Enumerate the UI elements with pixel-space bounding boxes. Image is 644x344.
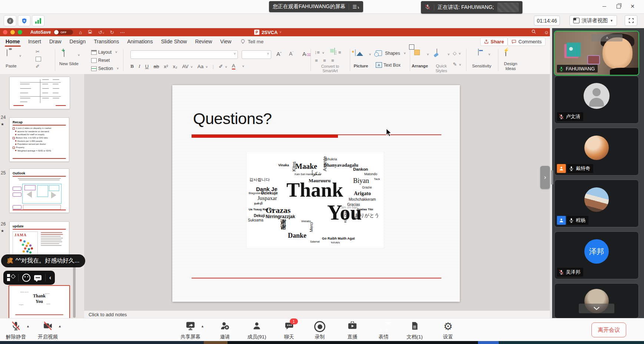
ribbon-tab-home[interactable]: Home (1, 37, 24, 47)
align-right-icon[interactable]: ≡ (331, 58, 334, 63)
more-commands-icon[interactable]: ⋯ (120, 30, 125, 35)
ribbon-tab-insert[interactable]: Insert (24, 37, 45, 47)
share-button[interactable]: Share (480, 37, 508, 46)
participant-tile-FAHUIWANG[interactable]: ˄FAHUIWANG (554, 31, 639, 76)
tell-me-button[interactable]: Tell me (240, 39, 263, 44)
reset-button[interactable]: Reset (91, 58, 110, 63)
increase-font-button[interactable]: A^ (276, 51, 282, 57)
mac-zoom-button[interactable] (18, 30, 22, 34)
copy-icon[interactable] (36, 56, 41, 63)
clear-formatting-button[interactable]: A⌫ (302, 51, 311, 57)
redo-icon[interactable]: ↻ (110, 30, 114, 35)
slide-thumbnail-24[interactable]: Recap 1 coin 2 sides on disparity in mar… (9, 117, 69, 162)
format-painter-icon[interactable]: ✐ (36, 64, 40, 69)
quick-styles-button[interactable] (436, 49, 437, 56)
meeting-info-button[interactable]: i (4, 15, 16, 26)
toolbar-members-button[interactable]: 成员(91) (241, 321, 273, 340)
character-spacing-button[interactable]: AV˅ (182, 64, 193, 69)
participant-tile-程杨[interactable]: 程杨 (554, 180, 639, 227)
ribbon-tab-design[interactable]: Design (66, 37, 90, 47)
bold-button[interactable]: B (130, 63, 134, 69)
options-arrow-icon[interactable]: ▲ (58, 324, 62, 328)
toolbar-docs-button[interactable]: 文档(1) (399, 321, 431, 340)
sensitivity-button[interactable] (478, 49, 479, 56)
align-left-icon[interactable]: ≡ (315, 58, 318, 63)
participant-tile-more[interactable] (554, 283, 639, 318)
search-icon[interactable] (531, 29, 536, 35)
collapse-left-icon[interactable]: ‹ (49, 274, 51, 281)
toolbar-emoji-button[interactable]: 表情 (368, 321, 399, 340)
toolbar-unmute-button[interactable]: 解除静音▲ (0, 321, 32, 340)
security-button[interactable] (18, 15, 30, 26)
participant-tile-戴特奇[interactable]: 戴特奇 (554, 128, 639, 176)
ribbon-tab-animations[interactable]: Animations (123, 37, 157, 47)
shape-outline-button[interactable]: ✎˅ (453, 61, 461, 67)
apps-grid-icon[interactable] (7, 274, 14, 281)
home-icon[interactable]: ⌂ (79, 30, 82, 35)
slide-thumbnail-partial[interactable] (9, 77, 70, 109)
ribbon-tab-view[interactable]: View (216, 37, 235, 47)
save-icon[interactable] (88, 30, 92, 35)
options-arrow-icon[interactable]: ▲ (26, 324, 30, 328)
toolbar-start-video-button[interactable]: 开启视频▲ (32, 321, 64, 340)
smartart-icon[interactable] (334, 48, 335, 55)
underline-button[interactable]: U (145, 64, 149, 69)
ribbon-tab-draw[interactable]: Draw (45, 37, 66, 47)
options-arrow-icon[interactable]: ▲ (201, 324, 204, 328)
strikethrough-button[interactable]: ab (153, 64, 159, 69)
paste-button[interactable] (7, 50, 7, 56)
italic-button[interactable]: I (139, 63, 140, 69)
decrease-font-button[interactable]: Aˇ (289, 51, 293, 57)
panel-collapse-handle[interactable]: › (540, 166, 550, 189)
notes-pane[interactable]: Click to add notes (84, 310, 550, 318)
title-chevron-icon[interactable]: ˅ (279, 30, 281, 34)
ribbon-tab-review[interactable]: Review (191, 37, 216, 47)
layout-button[interactable]: Layout˅ (91, 50, 117, 55)
thumbnail-scrollbar[interactable] (73, 259, 76, 318)
network-status-button[interactable] (32, 15, 44, 26)
ribbon-tab-slide-show[interactable]: Slide Show (157, 37, 191, 47)
slide-title[interactable]: Questions? (193, 110, 272, 128)
feedback-smiley-icon[interactable]: ☺ (544, 30, 549, 35)
convert-smartart-label[interactable]: Convert to SmartArt (314, 64, 346, 73)
shape-fill-button[interactable]: ◇˅ (453, 50, 461, 56)
thank-you-wordcloud-image[interactable]: ThankYouGrazas谢谢DankeMerciDank Je감사합니다Ju… (246, 152, 384, 248)
restore-button[interactable] (611, 1, 625, 11)
chat-window-icon[interactable] (34, 275, 42, 280)
participant-tile-吴泽邦[interactable]: 泽邦吴泽邦 (554, 231, 639, 279)
font-color-button[interactable]: A (232, 63, 235, 70)
toolbar-live-button[interactable]: 直播 (336, 321, 368, 340)
leave-meeting-button[interactable]: 离开会议 (591, 323, 626, 337)
layout-switch-icon[interactable]: ☰↴ (352, 4, 359, 10)
autosave-toggle[interactable]: OFF (54, 30, 73, 35)
close-button[interactable]: ✕ (625, 1, 640, 11)
comments-button[interactable]: Comments (508, 37, 545, 46)
undo-icon[interactable]: ↺˅ (98, 30, 104, 35)
ribbon-tab-transitions[interactable]: Transitions (90, 37, 123, 47)
bullets-button[interactable]: ⁝≡˅ (315, 50, 325, 55)
slide-thumbnail-25[interactable]: Outlook (9, 168, 69, 213)
mac-close-button[interactable] (3, 30, 7, 34)
section-button[interactable]: Section˅ (91, 66, 119, 71)
mac-minimize-button[interactable] (10, 30, 15, 34)
font-name-combobox[interactable] (130, 50, 238, 59)
new-slide-button[interactable] (64, 50, 64, 57)
scroll-more-participants-button[interactable] (579, 304, 614, 313)
highlight-button[interactable]: ✐˅ (219, 63, 227, 69)
shapes-button[interactable]: Shapes˅ (376, 50, 406, 56)
toolbar-record-button[interactable]: 录制 (304, 321, 336, 340)
font-size-combobox[interactable] (242, 50, 271, 59)
participant-tile-卢文清[interactable]: 卢文清 (554, 76, 639, 124)
emoji-reaction-icon[interactable] (22, 274, 30, 282)
toolbar-chat-button[interactable]: 1聊天 (273, 321, 305, 340)
current-slide[interactable]: Questions? ThankYouGrazas谢谢DankeMerciDan… (172, 85, 460, 302)
text-box-button[interactable]: AText Box (376, 62, 401, 68)
toolbar-invite-button[interactable]: 邀请 (209, 321, 241, 340)
fullscreen-button[interactable] (625, 15, 637, 26)
minimize-button[interactable]: ─ (597, 1, 611, 11)
toolbar-settings-button[interactable]: ⚙设置 (432, 321, 464, 340)
subscript-button[interactable]: x₂ (173, 64, 177, 69)
picture-button[interactable] (355, 50, 356, 56)
superscript-button[interactable]: x² (164, 64, 168, 69)
align-center-icon[interactable]: ≡ (323, 58, 326, 63)
